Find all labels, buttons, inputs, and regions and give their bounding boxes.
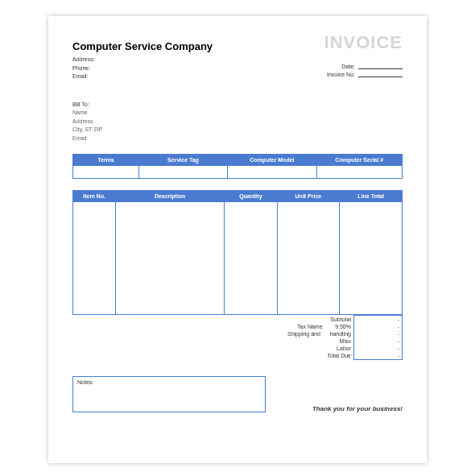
totaldue-value: - <box>354 352 403 360</box>
service-info-table: Terms Service Tag Computer Model Compute… <box>72 154 403 179</box>
th-linetotal: Line Total <box>340 191 403 202</box>
th-description: Description <box>116 191 225 202</box>
service-row <box>73 166 403 179</box>
invoiceno-line: Invoice No: <box>324 71 403 77</box>
totals-table: Subtotal - Tax Name 9.50% - Shipping and… <box>266 315 403 360</box>
th-computer-model: Computer Model <box>228 155 316 166</box>
date-line: Date: <box>324 63 403 69</box>
billto-header: Bill To: <box>72 101 403 110</box>
tax-row: Tax Name 9.50% <box>266 323 354 330</box>
company-phone-label: Phone: <box>72 64 213 73</box>
billto-block: Bill To: Name Address City, ST ZIP Email <box>72 101 403 143</box>
invoiceno-label: Invoice No: <box>327 72 355 77</box>
th-itemno: Item No. <box>73 191 116 202</box>
thanks-text: Thank you for your business! <box>312 405 403 412</box>
date-label: Date: <box>341 64 355 69</box>
handling-value: - <box>354 330 403 337</box>
totaldue-label: Total Due <box>266 352 354 360</box>
invoice-title: INVOICE <box>324 32 403 53</box>
misc-label: Misc <box>266 337 354 345</box>
company-email-label: Email: <box>72 72 213 81</box>
labor-value: - <box>354 345 403 352</box>
th-computer-serial: Computer Serial # <box>316 155 402 166</box>
billto-email: Email <box>72 135 403 143</box>
invoiceno-value-line <box>358 71 403 77</box>
notes-label: Notes: <box>77 379 93 385</box>
header-row: Computer Service Company Address: Phone:… <box>72 40 403 81</box>
tax-name-label: Tax Name <box>297 324 323 329</box>
invoice-page: Computer Service Company Address: Phone:… <box>48 16 427 463</box>
handling-label: handling <box>330 331 351 337</box>
footer-row: Notes: Thank you for your business! <box>72 360 403 412</box>
items-body-row <box>73 202 403 315</box>
subtotal-value: - <box>354 316 403 324</box>
billto-name: Name <box>72 109 403 118</box>
labor-label: Labor <box>266 345 354 352</box>
tax-value: - <box>354 323 403 330</box>
th-quantity: Quantity <box>225 191 277 202</box>
shipping-row: Shipping and handling <box>266 330 354 337</box>
totals-block: Subtotal - Tax Name 9.50% - Shipping and… <box>72 315 403 360</box>
billto-address: Address <box>72 118 403 126</box>
tax-rate: 9.50% <box>335 324 351 329</box>
th-unitprice: Unit Price <box>277 191 340 202</box>
company-block: Computer Service Company Address: Phone:… <box>72 40 213 81</box>
notes-box: Notes: <box>72 376 266 412</box>
th-service-tag: Service Tag <box>138 155 227 166</box>
company-name: Computer Service Company <box>72 40 213 52</box>
items-table: Item No. Description Quantity Unit Price… <box>72 190 403 315</box>
company-address-label: Address: <box>72 56 213 64</box>
th-terms: Terms <box>73 155 139 166</box>
shipping-label: Shipping and <box>287 331 320 337</box>
header-right: INVOICE Date: Invoice No: <box>324 40 403 79</box>
subtotal-label: Subtotal <box>266 316 354 324</box>
date-value-line <box>358 63 403 69</box>
billto-citystzip: City, ST ZIP <box>72 126 403 135</box>
misc-value: - <box>354 337 403 345</box>
